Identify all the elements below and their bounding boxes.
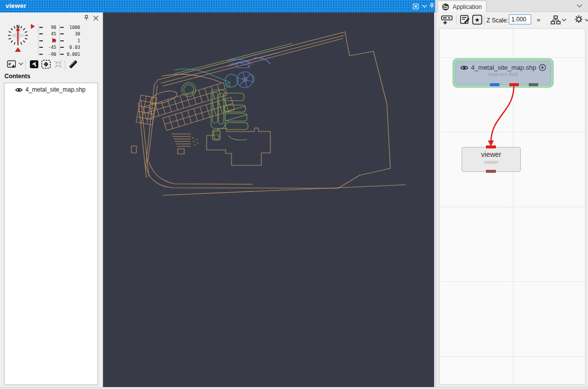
z-scale-input[interactable]	[509, 14, 531, 24]
viewer-output-port[interactable]	[486, 170, 496, 173]
add-view-icon[interactable]	[6, 59, 17, 69]
node-subtitle: read evs field	[456, 72, 550, 77]
application-panel: Application ★ Z Scale: »	[436, 0, 588, 389]
compass-south-marker	[15, 47, 21, 52]
list-item[interactable]: 4_metal_site_map.shp	[4, 83, 98, 93]
viewer-input-port[interactable]	[486, 145, 496, 148]
palette-close-icon[interactable]	[93, 15, 99, 22]
network-canvas[interactable]: 4_metal_site_map.shp read evs field view…	[439, 28, 586, 385]
status-bar	[0, 387, 588, 389]
zoom-scale[interactable]: 1000 30 1 0.03 0.001	[60, 24, 80, 58]
application-toolbar: ★ Z Scale: »	[436, 12, 588, 28]
contents-list[interactable]: 4_metal_site_map.shp	[4, 83, 98, 385]
north-label: N	[16, 24, 20, 29]
zoom-scale-track	[59, 24, 60, 56]
node-title: viewer	[462, 150, 520, 158]
tab-bar: Application	[436, 0, 588, 12]
map-viewport[interactable]	[103, 12, 434, 387]
svg-text:★: ★	[474, 16, 480, 23]
contents-header: Contents	[4, 73, 30, 80]
node-subtitle: viewer	[462, 159, 520, 165]
chevron-down-icon[interactable]	[421, 4, 428, 11]
restore-icon[interactable]	[412, 3, 419, 10]
connection-wire	[491, 86, 514, 142]
ruler-icon[interactable]	[67, 58, 79, 70]
network-chevron-icon[interactable]	[562, 18, 567, 22]
site-map-svg	[103, 12, 434, 387]
collapse-view-icon	[53, 59, 63, 69]
toolbar-separator	[484, 15, 484, 25]
tab-label: Application	[453, 3, 482, 10]
elevation-scale-track	[38, 24, 39, 56]
add-module-icon[interactable]	[441, 14, 453, 25]
node-eye-icon[interactable]	[460, 65, 469, 71]
compass-widget[interactable]: N	[5, 21, 32, 53]
network-layout-icon[interactable]	[551, 15, 561, 25]
elevation-marker[interactable]	[31, 24, 35, 29]
viewer-window: viewer N	[0, 0, 435, 389]
output-port-gray[interactable]	[529, 83, 538, 86]
viewer-sidebar: N 90 45 0 -45 -90 1000 30 1 0.03 0.001	[0, 12, 103, 387]
list-item-label: 4_metal_site_map.shp	[25, 86, 86, 93]
add-view-chevron-icon[interactable]	[18, 62, 23, 66]
palette-pin-icon[interactable]	[83, 14, 90, 21]
viewer-toolbar	[0, 58, 103, 71]
z-scale-label: Z Scale:	[486, 17, 508, 24]
pin-icon[interactable]	[429, 2, 436, 9]
tab-application[interactable]: Application	[438, 0, 486, 12]
settings-gear-icon[interactable]	[574, 14, 584, 24]
node-read-evs-field[interactable]: 4_metal_site_map.shp read evs field	[453, 58, 554, 88]
globe-icon	[442, 3, 450, 11]
node-download-icon[interactable]	[539, 64, 546, 71]
toolbar-separator	[65, 60, 65, 70]
node-viewer[interactable]: viewer viewer	[462, 147, 521, 172]
output-port-red[interactable]	[509, 83, 519, 86]
normalize-view-icon[interactable]	[29, 59, 39, 69]
toolbar-separator	[25, 60, 26, 70]
settings-chevron-icon[interactable]	[585, 18, 588, 22]
fit-view-icon[interactable]	[41, 59, 51, 69]
node-title: 4_metal_site_map.shp	[471, 64, 536, 71]
viewer-titlebar[interactable]: viewer	[0, 0, 435, 12]
favorites-icon[interactable]: ★	[472, 14, 482, 25]
edit-notes-icon[interactable]	[460, 14, 470, 25]
output-port-blue[interactable]	[490, 83, 499, 86]
panel-chevron-icon[interactable]	[577, 4, 583, 8]
elevation-scale[interactable]: 90 45 0 -45 -90	[39, 24, 56, 58]
window-title: viewer	[5, 2, 26, 9]
visibility-eye-icon[interactable]	[15, 87, 23, 93]
more-options-button[interactable]: »	[537, 16, 540, 23]
toolbar-separator	[456, 15, 457, 25]
